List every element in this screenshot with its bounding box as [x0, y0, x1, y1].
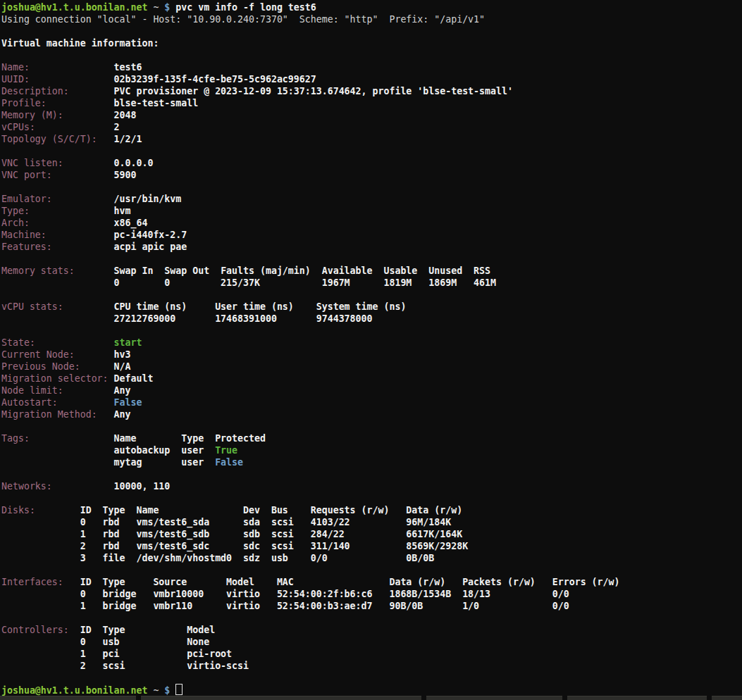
terminal-line: 27212769000 17468391000 9744378000: [1, 313, 742, 325]
text-segment: test6: [30, 62, 142, 73]
terminal-line: Name: test6: [1, 61, 742, 73]
text-segment: Previous Node:: [1, 361, 80, 372]
text-segment: Machine:: [1, 230, 47, 240]
text-segment: Memory stats:: [1, 265, 75, 276]
text-segment: ID Type Name Dev Bus Requests (r/w) Data…: [35, 505, 462, 515]
terminal-line: Features: acpi apic pae: [1, 241, 742, 253]
text-segment: Arch:: [1, 218, 30, 228]
text-segment: PVC provisioner @ 2023-12-09 15:37:13.67…: [69, 86, 513, 96]
text-segment: True: [215, 445, 237, 456]
text-segment: 02b3239f-135f-4cfe-be75-5c962ac99627: [30, 74, 316, 85]
text-segment: 0.0.0.0: [63, 158, 154, 168]
terminal-line: 2 rbd vms/test6_sdc sdc scsi 311/140 856…: [1, 540, 742, 552]
text-segment: 1/2/1: [97, 134, 142, 144]
terminal-line: Node limit: Any: [1, 385, 742, 396]
text-segment: Features:: [1, 242, 52, 252]
terminal-line: [1, 325, 742, 337]
text-segment: autobackup user: [1, 445, 215, 456]
text-segment: Migration Method:: [1, 409, 97, 420]
text-segment: Any: [97, 409, 131, 420]
text-segment: Name Type Protected: [30, 433, 266, 444]
text-segment: Default: [109, 373, 154, 384]
terminal-line: VNC port: 5900: [1, 169, 742, 181]
terminal-line: [1, 492, 742, 504]
text-segment: 0 rbd vms/test6_sda sda scsi 4103/22 96M…: [1, 517, 451, 527]
terminal-line: VNC listen: 0.0.0.0: [1, 157, 742, 169]
text-segment: Tags:: [1, 433, 30, 444]
text-segment: ~: [147, 685, 164, 696]
taskbar-segment[interactable]: [712, 696, 742, 700]
text-segment: blse-test-small: [47, 98, 198, 108]
terminal-line: Previous Node: N/A: [1, 361, 742, 373]
text-segment: 1 pci pci-root: [1, 649, 232, 659]
text-segment: Profile:: [1, 98, 47, 108]
text-segment: Any: [63, 385, 131, 396]
text-segment: 27212769000 17468391000 9744378000: [1, 313, 373, 324]
terminal-line: [1, 181, 742, 193]
terminal-line: 0 rbd vms/test6_sda sda scsi 4103/22 96M…: [1, 516, 742, 528]
text-segment: Migration selector:: [1, 373, 109, 384]
text-segment: CPU time (ns) User time (ns) System time…: [63, 301, 407, 312]
terminal-line: joshua@hv1.t.u.bonilan.net ~ $: [1, 684, 742, 696]
terminal-line: [1, 420, 742, 432]
terminal-line: Profile: blse-test-small: [1, 97, 742, 109]
text-segment: [170, 685, 175, 696]
taskbar-segment[interactable]: [0, 696, 136, 700]
terminal-line: [1, 145, 742, 157]
text-segment: x86_64: [30, 218, 148, 228]
text-segment: 2 scsi virtio-scsi: [1, 661, 249, 671]
taskbar-segment[interactable]: [426, 696, 562, 700]
text-segment: 0 usb None: [1, 637, 209, 647]
text-segment: pc-i440fx-2.7: [47, 230, 187, 240]
text-segment: Name:: [1, 62, 30, 73]
terminal-line: 0 bridge vmbr10000 virtio 52:54:00:2f:b6…: [1, 588, 742, 600]
terminal-line: 0 0 215/37K 1967M 1819M 1869M 461M: [1, 277, 742, 289]
terminal-line: Description: PVC provisioner @ 2023-12-0…: [1, 85, 742, 97]
terminal-line: 0 usb None: [1, 636, 742, 648]
terminal-line: 1 pci pci-root: [1, 648, 742, 660]
taskbar: [0, 696, 742, 700]
text-segment: False: [215, 457, 243, 468]
terminal-line: 3 file /dev/shm/vhostmd0 sdz usb 0/0 0B/…: [1, 552, 742, 564]
text-segment: 5900: [52, 170, 137, 180]
terminal-line: Tags: Name Type Protected: [1, 432, 742, 444]
terminal-screen[interactable]: joshua@hv1.t.u.bonilan.net ~ $ pvc vm in…: [0, 0, 742, 696]
cursor[interactable]: [175, 684, 183, 695]
terminal-line: [1, 672, 742, 684]
terminal-line: vCPU stats: CPU time (ns) User time (ns)…: [1, 301, 742, 313]
text-segment: Memory (M):: [1, 110, 63, 120]
terminal-line: Migration selector: Default: [1, 373, 742, 385]
text-segment: 1 rbd vms/test6_sdb sdb scsi 284/22 6617…: [1, 529, 462, 539]
text-segment: Topology (S/C/T):: [1, 134, 97, 144]
text-segment: vCPU stats:: [1, 301, 63, 312]
text-segment: 2048: [63, 110, 137, 120]
taskbar-segment[interactable]: [141, 696, 421, 700]
text-segment: N/A: [80, 361, 131, 372]
terminal-line: Topology (S/C/T): 1/2/1: [1, 133, 742, 145]
terminal-line: Autostart: False: [1, 396, 742, 408]
taskbar-segment[interactable]: [567, 696, 707, 700]
terminal-line: Arch: x86_64: [1, 217, 742, 229]
text-segment: Autostart:: [1, 397, 58, 408]
text-segment: Type:: [1, 206, 30, 216]
terminal-line: Machine: pc-i440fx-2.7: [1, 229, 742, 241]
text-segment: pvc vm info -f long test6: [170, 2, 316, 13]
text-segment: 0 bridge vmbr10000 virtio 52:54:00:2f:b6…: [1, 589, 569, 599]
text-segment: ID Type Source Model MAC Data (r/w) Pack…: [63, 577, 620, 587]
text-segment: 0 0 215/37K 1967M 1819M 1869M 461M: [1, 277, 496, 288]
text-segment: 10000, 110: [52, 481, 171, 492]
terminal-line: [1, 289, 742, 301]
terminal-line: Memory (M): 2048: [1, 109, 742, 121]
terminal-line: Interfaces: ID Type Source Model MAC Dat…: [1, 576, 742, 588]
terminal-line: 2 scsi virtio-scsi: [1, 660, 742, 672]
text-segment: Emulator:: [1, 194, 52, 204]
text-segment: Networks:: [1, 481, 52, 492]
text-segment: State:: [1, 337, 35, 348]
text-segment: joshua@hv1.t.u.bonilan.net: [1, 2, 147, 13]
text-segment: Using connection "local" - Host: "10.90.…: [1, 14, 485, 25]
text-segment: vCPUs:: [1, 122, 35, 132]
text-segment: Node limit:: [1, 385, 63, 396]
terminal-line: 1 rbd vms/test6_sdb sdb scsi 284/22 6617…: [1, 528, 742, 540]
terminal-line: [1, 25, 742, 37]
text-segment: Current Node:: [1, 349, 75, 360]
